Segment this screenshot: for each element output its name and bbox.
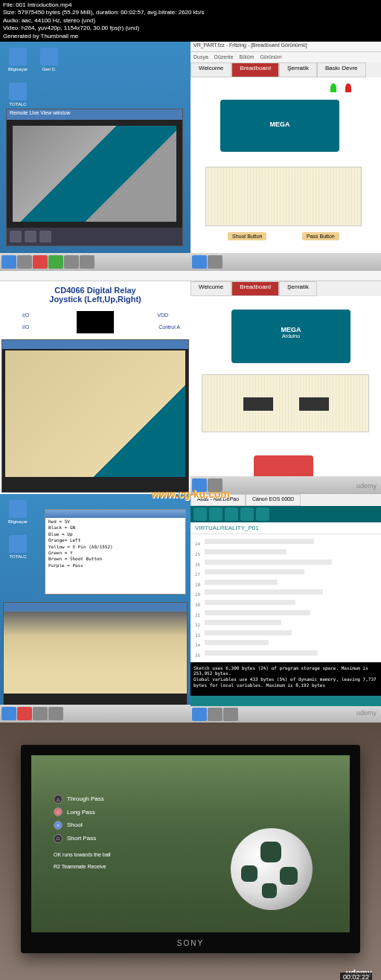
file-metadata: File: 001 Introduction.mp4 Size: 5797545…: [0, 0, 381, 42]
window-titlebar[interactable]: Remote Live View window: [7, 109, 182, 120]
led-red-icon[interactable]: [345, 83, 351, 92]
watermark: www.cg-ku.com: [151, 488, 230, 500]
arduino-mega-board[interactable]: MEGA Arduino: [231, 310, 350, 363]
open-button[interactable]: [240, 507, 254, 521]
fritzing-canvas[interactable]: MEGA Arduino fritzing: [190, 296, 381, 494]
upload-button[interactable]: [209, 507, 222, 521]
udemy-badge: udemy: [356, 482, 377, 490]
menu-item[interactable]: Görünüm: [260, 54, 281, 60]
rec-icon[interactable]: [39, 231, 51, 243]
taskbar-item[interactable]: [48, 255, 63, 269]
taskbar-item[interactable]: [208, 708, 222, 721]
notepad-window[interactable]: Red = 5V Black = GN Blue = Up Orange= Le…: [45, 509, 186, 595]
relay-diagram: I/O VDD I/O Control A: [0, 308, 190, 338]
desktop-icon[interactable]: TOTALC: [6, 535, 30, 565]
window-titlebar[interactable]: [0, 271, 190, 281]
tab-schematic[interactable]: Şematik: [279, 63, 317, 77]
new-button[interactable]: [225, 507, 238, 521]
circle-icon: ○: [54, 807, 63, 816]
board-label: MEGA: [231, 310, 350, 333]
start-button[interactable]: [192, 255, 207, 269]
verify-button[interactable]: [193, 507, 207, 521]
desktop-icon[interactable]: TOTALC: [6, 83, 30, 112]
udemy-badge: udemy: [356, 709, 377, 717]
meta-size: Size: 57975450 bytes (55.29 MiB), durati…: [3, 9, 378, 16]
tv-brand-label: SONY: [177, 939, 204, 947]
fritzing-canvas[interactable]: MEGA Shoot Button Pass Button: [190, 77, 381, 254]
ic-chip-2[interactable]: [299, 397, 329, 411]
tab-breadboard[interactable]: Breadboard: [231, 281, 279, 296]
save-button[interactable]: [256, 507, 269, 521]
taskbar-item[interactable]: [223, 708, 238, 721]
sketch-tab[interactable]: VIRTUALREALITY_P01: [190, 522, 381, 535]
taskbar-item[interactable]: [64, 255, 79, 269]
window-titlebar[interactable]: [45, 510, 185, 518]
start-button[interactable]: [1, 707, 16, 720]
pin-label: VDD: [157, 313, 168, 318]
soccer-ball-icon: [231, 828, 313, 910]
hint-text: OK runs towards the ball: [54, 849, 111, 860]
tab-schematic[interactable]: Şematik: [279, 281, 317, 296]
led-green-icon[interactable]: [330, 83, 336, 92]
ic-chip-1[interactable]: [243, 397, 273, 411]
desktop-pane-2: Bilgisayar TOTALC Red = 5V Black = GN Bl…: [0, 494, 190, 723]
menu-item[interactable]: Dosya: [193, 54, 208, 60]
tab-breadboard[interactable]: Breadboard: [231, 63, 279, 77]
pin-label: Control A: [159, 324, 180, 330]
menu-item[interactable]: Düzenle: [214, 54, 234, 60]
board-sublabel: Arduino: [231, 333, 350, 339]
live-view-window[interactable]: Remote Live View window: [6, 109, 183, 246]
menu-item: △Through Pass: [54, 792, 111, 806]
taskbar[interactable]: [190, 253, 381, 271]
code-line: Blue = Up: [48, 531, 182, 537]
window-titlebar[interactable]: [190, 271, 381, 281]
arduino-photo: [13, 126, 176, 222]
tv-scene: △Through Pass ○Long Pass ×Shoot □Short P…: [0, 723, 381, 980]
menu-bar[interactable]: Dosya Düzenle Bölüm Görünüm: [190, 52, 381, 63]
taskbar-item[interactable]: [33, 707, 48, 720]
taskbar-item[interactable]: [17, 255, 32, 269]
code-line: Black = GN: [48, 525, 182, 531]
start-button[interactable]: [192, 708, 207, 721]
taskbar-item[interactable]: [80, 255, 95, 269]
relay-title: CD4066 Digital Relay Joystick (Left,Up,R…: [0, 281, 190, 308]
stop-icon[interactable]: [25, 231, 36, 243]
play-icon[interactable]: [10, 231, 22, 243]
breadboard[interactable]: [202, 374, 369, 432]
ide-console: Sketch uses 6,300 bytes (2%) of program …: [190, 662, 381, 696]
menu-item: □Short Pass: [54, 832, 111, 845]
tab-pcb[interactable]: Baskı Devre: [317, 63, 366, 77]
window-titlebar[interactable]: VR_PART.fzz - Fritzing - [Breadboard Gör…: [190, 42, 381, 52]
desktop-icon[interactable]: Geri D.: [37, 48, 61, 77]
cross-icon: ×: [54, 821, 63, 830]
live-view-window[interactable]: [1, 339, 189, 493]
tab-welcome[interactable]: Welcome: [190, 63, 231, 77]
taskbar[interactable]: udemy: [190, 706, 381, 722]
desktop-icon[interactable]: Bilgisayar: [6, 48, 30, 77]
code-editor[interactable]: 24 25 26 27 28 29 30 31 32 33 34 35: [190, 534, 381, 662]
menu-item: ○Long Pass: [54, 806, 111, 819]
code-line: Purple = Pass: [48, 563, 182, 569]
taskbar-item[interactable]: [33, 255, 48, 269]
taskbar-item[interactable]: [48, 707, 63, 720]
live-view-window[interactable]: [3, 602, 188, 706]
hint-text: R2 Teammate Receive: [54, 861, 111, 872]
ic-chip-icon: [77, 311, 114, 333]
tab-welcome[interactable]: Welcome: [190, 281, 231, 296]
meta-generated: Generated by Thumbnail me: [3, 33, 378, 40]
desktop-icon[interactable]: Bilgisayar: [6, 500, 30, 530]
taskbar[interactable]: [0, 705, 190, 723]
menu-item[interactable]: Bölüm: [240, 54, 254, 60]
breadboard-photo: [5, 350, 185, 477]
taskbar-item[interactable]: [208, 255, 222, 269]
window-titlebar[interactable]: [4, 603, 187, 612]
arduino-mega-board[interactable]: MEGA: [220, 100, 339, 152]
start-button[interactable]: [1, 255, 16, 269]
breadboard[interactable]: [205, 167, 362, 226]
breadboard-photo: [4, 612, 187, 694]
browser-tab[interactable]: Canon EOS 600D: [246, 494, 301, 506]
taskbar[interactable]: [0, 253, 190, 271]
taskbar-item[interactable]: [17, 707, 32, 720]
desktop-pane-1: Bilgisayar Geri D. TOTALC Remote Live Vi…: [0, 42, 190, 271]
window-titlebar[interactable]: [2, 340, 188, 349]
